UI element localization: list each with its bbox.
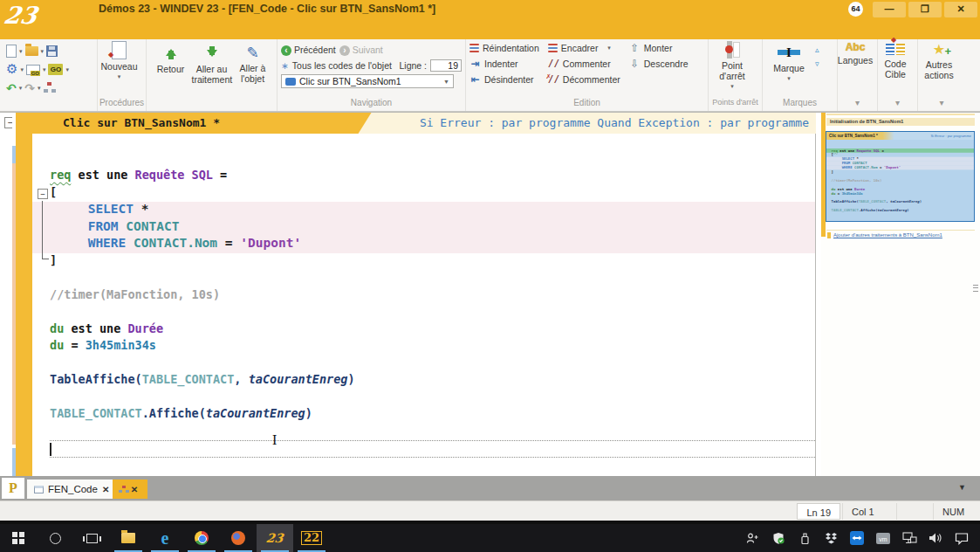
firefox-button[interactable] (220, 524, 257, 552)
dropdown-arrow-icon[interactable]: ▾ (838, 98, 877, 111)
nouveau-button[interactable]: Nouveau ▾ (98, 39, 140, 98)
close-tab-icon[interactable]: ✕ (131, 485, 138, 494)
dropdown-arrow-icon: ▾ (730, 83, 734, 90)
tous-codes-button[interactable]: Tous les codes de l'objet (292, 60, 392, 71)
edge-icon: e (161, 528, 169, 549)
task-view-button[interactable] (73, 524, 110, 552)
indent-icon: ⇥ (469, 58, 481, 70)
close-tab-icon[interactable]: ✕ (102, 485, 109, 494)
previous-mark-button[interactable]: ▵ (815, 45, 819, 54)
line-number-input[interactable] (430, 59, 462, 72)
event-header-bar[interactable]: Clic sur BTN_SansNom1 * Si Erreur : par … (32, 113, 816, 134)
languages-group: Abc Langues ▾ (838, 39, 878, 111)
folder-icon (121, 533, 135, 543)
code-editor: − Clic sur BTN_SansNom1 * Si Erreur : pa… (0, 112, 980, 476)
open-folder-icon[interactable] (25, 46, 38, 56)
precedent-button[interactable]: ‹ Précédent (281, 45, 336, 56)
event-icon (285, 78, 296, 86)
dropdown-arrow-icon[interactable]: ▾ (878, 98, 917, 111)
marque-button[interactable]: I Marque ▾ (766, 42, 812, 95)
settings-gear-icon[interactable]: ⚙ (6, 63, 17, 76)
add-other-events-link[interactable]: Ajouter d'autres traitements à BTN_SansN… (833, 232, 942, 238)
cortana-button[interactable] (37, 524, 73, 552)
encadrer-button[interactable]: Encadrer ▾ (548, 41, 620, 54)
undo-icon[interactable]: ↶ (6, 81, 17, 95)
tab-fen-code[interactable]: FEN_Code ✕ (27, 480, 116, 499)
defender-tray-icon[interactable] (767, 524, 790, 552)
error-handling-conditions[interactable]: Si Erreur : par programme Quand Exceptio… (420, 116, 809, 129)
event-combo[interactable]: Clic sur BTN_SansNom1 ▼ (281, 74, 454, 88)
code-lines: req est une Requête SQL =[ SELECT * FROM… (32, 134, 815, 458)
project-pane-button[interactable]: P (2, 478, 24, 499)
langues-button[interactable]: Abc Langues (838, 39, 873, 98)
monter-button[interactable]: ⇧Monter (629, 41, 689, 54)
new-document-icon[interactable] (6, 45, 17, 58)
people-tray-icon[interactable] (741, 524, 764, 552)
document-tab-bar: P FEN_Code ✕ ✕ ▼ (0, 476, 980, 500)
tab-code-active[interactable]: ✕ (113, 480, 147, 499)
next-mark-button[interactable]: ▿ (815, 59, 819, 68)
frame-icon (548, 44, 558, 52)
forward-circle-icon: › (339, 45, 350, 56)
minimize-button[interactable]: — (873, 2, 906, 17)
retour-button[interactable]: Retour (150, 42, 191, 95)
autres-actions-button[interactable]: ★ Autres actions (918, 39, 960, 98)
file-explorer-button[interactable] (110, 524, 147, 552)
test-window-icon[interactable] (26, 65, 40, 75)
aller-a-objet-button[interactable]: ✎ Aller à l'objet (232, 42, 273, 95)
window-document-icon (34, 486, 44, 493)
project-hierarchy-icon[interactable] (44, 82, 56, 93)
teamviewer-tray-icon[interactable] (846, 524, 868, 552)
minimap-section-initialisation[interactable]: Initialisation de BTN_SansNom1 (826, 118, 975, 126)
status-bar: Ln 19 Col 1 NUM (0, 500, 980, 521)
suivant-button[interactable]: › Suivant (339, 45, 383, 56)
windev23-button[interactable]: 23 (257, 524, 293, 552)
desindenter-button[interactable]: ⇤Désindenter (469, 72, 539, 86)
start-button[interactable] (0, 524, 37, 552)
reindentation-button[interactable]: Réindentation (469, 41, 539, 54)
status-numlock: NUM (933, 503, 980, 520)
tab-overflow-icon[interactable]: ▼ (958, 483, 966, 492)
new-procedure-icon (112, 41, 127, 59)
cortana-icon (50, 533, 61, 544)
edition-group-label: Edition (466, 98, 708, 111)
go-test-icon[interactable]: GO (48, 64, 63, 75)
network-display-tray-icon[interactable] (898, 524, 921, 552)
point-arret-button[interactable]: Point d'arrêt ▾ (709, 39, 756, 98)
save-icon[interactable] (46, 45, 58, 57)
windev22-button[interactable]: 22 (293, 524, 330, 552)
firefox-icon (231, 531, 245, 545)
minimap-viewport[interactable]: Clic sur BTN_SansNom1 * Si Erreur : par … (826, 131, 975, 222)
marks-group-label: Marques (763, 98, 837, 111)
menu-bar: Accueil Projet GDS Tests automatiques Co… (0, 19, 980, 39)
commenter-button[interactable]: //Commenter (548, 57, 620, 70)
restore-button[interactable]: ❐ (908, 2, 942, 17)
action-center-tray-icon[interactable] (950, 524, 973, 552)
vm-tray-icon[interactable]: vm (872, 524, 894, 552)
volume-tray-icon[interactable] (924, 524, 947, 552)
redo-icon[interactable]: ↷ (24, 81, 35, 95)
aller-au-traitement-button[interactable]: Aller au traitement (191, 42, 232, 95)
edge-button[interactable]: e (147, 524, 183, 552)
descendre-button[interactable]: ⇩Descendre (629, 57, 689, 70)
windows-logo-icon (12, 532, 24, 544)
code-area[interactable]: req est une Requête SQL =[ SELECT * FROM… (32, 134, 816, 477)
indenter-button[interactable]: ⇥Indenter (469, 57, 539, 70)
chrome-button[interactable] (183, 524, 220, 552)
minimap-resize-grip[interactable] (973, 285, 978, 292)
fold-sql-toggle[interactable]: − (38, 189, 48, 199)
windev22-icon: 22 (301, 531, 322, 545)
goto-group: Retour Aller au traitement ✎ Aller à l'o… (147, 39, 278, 111)
all-codes-icon: ∗ (281, 60, 289, 71)
dropdown-arrow-icon: ▾ (607, 45, 611, 52)
usb-tray-icon[interactable] (793, 524, 816, 552)
dropdown-arrow-icon[interactable]: ▾ (918, 98, 965, 111)
close-button[interactable]: ✕ (944, 2, 977, 17)
decommenter-button[interactable]: //Décommenter (548, 72, 620, 86)
dropbox-tray-icon[interactable] (819, 524, 842, 552)
code-cible-button[interactable]: Code Cible (878, 39, 913, 98)
comment-icon: // (548, 58, 559, 69)
svg-text:vm: vm (879, 535, 887, 542)
status-spacer (896, 503, 933, 520)
code-minimap[interactable]: Initialisation de BTN_SansNom1 Clic sur … (821, 113, 980, 477)
